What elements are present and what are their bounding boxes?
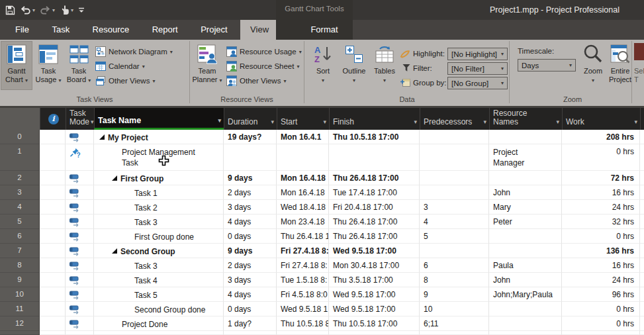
task-start-cell[interactable]: Mon 16.4.18 (277, 185, 329, 200)
task-info-cell[interactable] (40, 171, 66, 185)
task-name-cell[interactable]: Task 2 (94, 200, 224, 215)
task-info-cell[interactable] (40, 244, 66, 258)
task-work-cell[interactable]: 208 hrs (562, 130, 640, 144)
task-predecessors-cell[interactable]: 10 (420, 302, 489, 316)
row-number[interactable]: 9 (0, 273, 40, 287)
task-work-cell[interactable]: 16 hrs (562, 185, 640, 200)
task-start-cell[interactable] (277, 144, 329, 171)
task-finish-cell[interactable]: Thu 10.5.18 17:00 (329, 130, 420, 144)
task-info-cell[interactable] (40, 130, 66, 144)
caret-down-icon[interactable]: ▾ (218, 117, 221, 125)
task-work-cell[interactable]: 24 hrs (562, 200, 640, 215)
task-resources-cell[interactable] (489, 302, 562, 316)
task-work-cell[interactable]: 72 hrs (562, 171, 640, 185)
caret-down-icon[interactable]: ▾ (32, 7, 35, 13)
task-name-cell[interactable]: Task 4 (94, 273, 224, 287)
row-number[interactable]: 7 (0, 244, 40, 258)
caret-down-icon[interactable]: ▾ (71, 7, 73, 13)
filter-dropdown[interactable]: [No Filter]▾ (447, 62, 508, 75)
task-finish-cell[interactable]: Thu 26.4.18 17:00 (329, 215, 420, 229)
task-start-cell[interactable]: Mon 16.4.18 (277, 171, 329, 185)
task-mode-cell[interactable] (66, 316, 94, 331)
highlight-dropdown[interactable]: [No Highlight]▾ (447, 48, 508, 60)
redo-button[interactable]: ▾ (40, 5, 55, 15)
calendar-button[interactable]: Calendar▾ (95, 60, 145, 72)
task-predecessors-cell[interactable]: 3 (420, 200, 489, 215)
tab-project[interactable]: Project (191, 20, 237, 40)
task-predecessors-cell[interactable]: 9 (420, 287, 489, 302)
task-finish-cell[interactable]: Thu 3.5.18 17:00 (329, 273, 420, 287)
task-finish-cell[interactable]: Mon 30.4.18 17:00 (329, 258, 420, 273)
task-work-cell[interactable]: 0 hrs (562, 302, 640, 316)
save-button[interactable] (5, 5, 15, 15)
task-resources-cell[interactable]: Paula (489, 258, 562, 273)
task-finish-cell[interactable]: Thu 26.4.18 17:00 (329, 229, 420, 244)
caret-down-icon[interactable]: ▾ (634, 118, 637, 126)
tab-format[interactable]: Format (276, 20, 373, 40)
tab-view[interactable]: View (240, 20, 279, 40)
entire-project-button[interactable]: EntireProject (608, 42, 633, 89)
row-number[interactable]: 3 (0, 185, 40, 200)
task-start-cell[interactable]: Wed 9.5.18 1 (277, 302, 329, 316)
row-number[interactable]: 0 (0, 130, 40, 144)
task-info-cell[interactable] (40, 229, 66, 244)
task-resources-cell[interactable]: Peter (489, 215, 562, 229)
task-duration-cell[interactable] (224, 144, 277, 171)
task-info-cell[interactable] (40, 273, 66, 287)
task-resources-cell[interactable] (489, 171, 562, 185)
task-finish-cell[interactable]: Thu 10.5.18 17:00 (329, 316, 420, 331)
gantt-chart-button[interactable]: GanttChart ▾ (1, 42, 32, 89)
task-work-cell[interactable]: 0 hrs (562, 229, 640, 244)
task-start-cell[interactable]: Tue 1.5.18 8: (277, 273, 329, 287)
row-number[interactable]: 2 (0, 171, 40, 185)
collapse-triangle-icon[interactable] (112, 248, 117, 254)
sort-button[interactable]: AZ Sort▾ (310, 42, 336, 89)
task-name-cell[interactable]: Task 3 (94, 215, 224, 229)
collapse-triangle-icon[interactable] (99, 134, 105, 140)
task-duration-cell[interactable]: 2 days (224, 258, 277, 273)
task-duration-cell[interactable]: 1 day? (224, 316, 277, 331)
task-info-cell[interactable] (40, 200, 66, 215)
row-number[interactable]: 12 (0, 316, 40, 331)
task-mode-cell[interactable] (66, 185, 94, 200)
task-info-cell[interactable] (40, 287, 66, 302)
team-planner-button[interactable]: TeamPlanner ▾ (192, 42, 222, 89)
task-name-cell[interactable]: First Group (94, 171, 224, 185)
task-mode-cell[interactable] (66, 200, 94, 215)
task-predecessors-cell[interactable]: 8 (420, 273, 489, 287)
task-mode-cell[interactable] (66, 244, 94, 258)
task-work-cell[interactable]: 96 hrs (562, 287, 640, 302)
task-resources-cell[interactable]: Project Manager (489, 144, 562, 171)
tab-file[interactable]: File (5, 20, 39, 40)
task-predecessors-cell[interactable]: 6 (420, 258, 489, 273)
column-header-resource-names[interactable]: Resource Names▾ (489, 108, 562, 130)
task-resources-cell[interactable]: Mary (489, 200, 562, 215)
task-work-cell[interactable]: 0 hrs (562, 144, 640, 171)
caret-down-icon[interactable]: ▾ (483, 118, 486, 126)
task-duration-cell[interactable]: 9 days (224, 244, 277, 258)
row-number[interactable]: 4 (0, 200, 40, 215)
task-mode-cell[interactable] (66, 302, 94, 316)
other-views-resource-button[interactable]: Other Views▾ (226, 75, 286, 87)
task-duration-cell[interactable]: 9 days (224, 171, 277, 185)
tables-button[interactable]: Tables▾ (371, 42, 398, 89)
task-resources-cell[interactable] (489, 130, 562, 144)
task-mode-cell[interactable] (66, 258, 94, 273)
column-header-start[interactable]: Start▾ (277, 108, 329, 130)
undo-button[interactable]: ▾ (20, 5, 35, 15)
task-mode-cell[interactable] (66, 215, 94, 229)
task-name-cell[interactable]: Task 3 (94, 258, 224, 273)
network-diagram-button[interactable]: Network Diagram▾ (95, 46, 173, 58)
task-resources-cell[interactable] (489, 316, 562, 331)
group-by-dropdown[interactable]: [No Group]▾ (447, 77, 508, 89)
task-usage-button[interactable]: TaskUsage ▾ (34, 42, 62, 89)
task-duration-cell[interactable]: 4 days (224, 215, 277, 229)
caret-down-icon[interactable]: ▾ (556, 118, 559, 126)
task-predecessors-cell[interactable] (420, 185, 489, 200)
task-name-cell[interactable]: Second Group (94, 244, 224, 258)
row-number[interactable]: 10 (0, 287, 40, 302)
row-number[interactable]: 1 (0, 144, 40, 171)
task-name-cell[interactable]: Task 5 (94, 287, 224, 302)
outline-button[interactable]: Outline▾ (339, 42, 369, 89)
task-name-cell[interactable]: Project Done (94, 316, 224, 331)
